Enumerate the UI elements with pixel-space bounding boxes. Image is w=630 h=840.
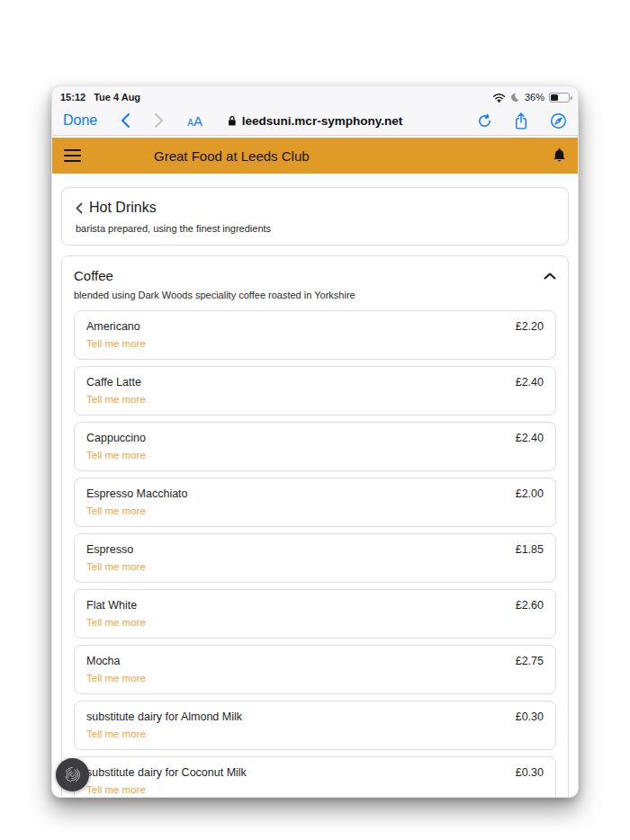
item-name: Espresso — [86, 543, 133, 556]
chevron-up-icon — [544, 273, 556, 280]
menu-item-row: Cappuccino £2.40 Tell me more — [74, 422, 556, 471]
category-subtitle: barista prepared, using the finest ingre… — [76, 223, 554, 234]
item-name: Americano — [86, 320, 140, 333]
menu-icon[interactable] — [64, 149, 81, 162]
item-name: Espresso Macchiato — [86, 487, 188, 500]
section-subtitle: blended using Dark Woods speciality coff… — [74, 290, 556, 300]
tell-me-more-link[interactable]: Tell me more — [86, 450, 146, 460]
safari-toolbar: Done AA leedsuni.mcr-symph — [52, 106, 578, 136]
tell-me-more-link[interactable]: Tell me more — [86, 338, 146, 349]
app-title: Great Food at Leeds Club — [154, 148, 310, 164]
item-name: Cappuccino — [86, 432, 146, 444]
item-price: £0.30 — [516, 710, 544, 723]
menu-item-row: Mocha £2.75 Tell me more — [74, 645, 556, 694]
chevron-left-icon — [76, 202, 83, 214]
item-price: £0.30 — [516, 766, 544, 779]
reload-icon[interactable] — [477, 113, 492, 129]
back-to-hot-drinks[interactable]: Hot Drinks — [76, 200, 554, 216]
item-name: Flat White — [86, 599, 137, 612]
coffee-section-header[interactable]: Coffee — [74, 268, 556, 283]
item-price: £2.75 — [516, 655, 544, 667]
ipad-safari-screen: 15:12 Tue 4 Aug 36% — [51, 85, 579, 798]
menu-item-list: Americano £2.20 Tell me more Caffe Latte… — [74, 310, 556, 798]
menu-item-row: substitute dairy for Coconut Milk £0.30 … — [74, 756, 556, 798]
tell-me-more-link[interactable]: Tell me more — [86, 728, 146, 739]
app-header: Great Food at Leeds Club — [52, 138, 578, 174]
back-icon[interactable] — [121, 112, 130, 129]
date: Tue 4 Aug — [94, 92, 140, 103]
menu-item-row: Caffe Latte £2.40 Tell me more — [74, 366, 556, 416]
battery-icon — [549, 93, 570, 103]
wifi-icon — [492, 93, 506, 103]
hot-drinks-card: Hot Drinks barista prepared, using the f… — [61, 187, 569, 246]
item-price: £2.20 — [516, 320, 544, 333]
clock: 15:12 — [60, 92, 86, 103]
fingerprint-icon — [63, 765, 82, 784]
coffee-section-card: Coffee blended using Dark Woods speciali… — [61, 255, 569, 798]
item-price: £1.85 — [516, 543, 544, 556]
tell-me-more-link[interactable]: Tell me more — [86, 673, 146, 684]
menu-item-row: substitute dairy for Almond Milk £0.30 T… — [74, 701, 556, 750]
section-title: Coffee — [74, 268, 113, 283]
forward-icon[interactable] — [154, 112, 164, 129]
tell-me-more-link[interactable]: Tell me more — [86, 617, 146, 628]
item-name: substitute dairy for Coconut Milk — [86, 766, 247, 779]
tell-me-more-link[interactable]: Tell me more — [86, 505, 146, 516]
item-price: £2.40 — [516, 376, 544, 389]
tell-me-more-link[interactable]: Tell me more — [86, 784, 146, 795]
bell-icon[interactable] — [553, 147, 566, 164]
menu-item-row: Espresso £1.85 Tell me more — [74, 533, 556, 583]
browser-chrome: 15:12 Tue 4 Aug 36% — [52, 86, 578, 136]
page-settings-button[interactable]: AA — [187, 113, 202, 129]
battery-percent: 36% — [525, 92, 544, 103]
item-name: substitute dairy for Almond Milk — [86, 710, 242, 723]
dnd-moon-icon — [510, 93, 520, 103]
page-content: Hot Drinks barista prepared, using the f… — [52, 174, 578, 798]
item-name: Mocha — [86, 655, 121, 667]
done-button[interactable]: Done — [63, 112, 97, 129]
url-text: leedsuni.mcr-symphony.net — [242, 114, 402, 128]
extension-compass-icon[interactable] — [550, 112, 567, 130]
item-price: £2.60 — [516, 599, 544, 612]
tell-me-more-link[interactable]: Tell me more — [86, 394, 146, 405]
menu-item-row: Flat White £2.60 Tell me more — [74, 589, 556, 639]
fingerprint-button[interactable] — [56, 758, 89, 791]
menu-item-row: Americano £2.20 Tell me more — [74, 310, 556, 360]
lock-icon — [228, 115, 237, 127]
menu-item-row: Espresso Macchiato £2.00 Tell me more — [74, 478, 556, 527]
item-price: £2.40 — [516, 432, 544, 444]
category-title: Hot Drinks — [89, 200, 157, 216]
item-price: £2.00 — [516, 487, 544, 500]
item-name: Caffe Latte — [86, 376, 141, 389]
status-bar: 15:12 Tue 4 Aug 36% — [52, 86, 578, 106]
tell-me-more-link[interactable]: Tell me more — [86, 561, 146, 572]
share-icon[interactable] — [514, 112, 528, 130]
address-bar[interactable]: leedsuni.mcr-symphony.net — [228, 114, 402, 128]
